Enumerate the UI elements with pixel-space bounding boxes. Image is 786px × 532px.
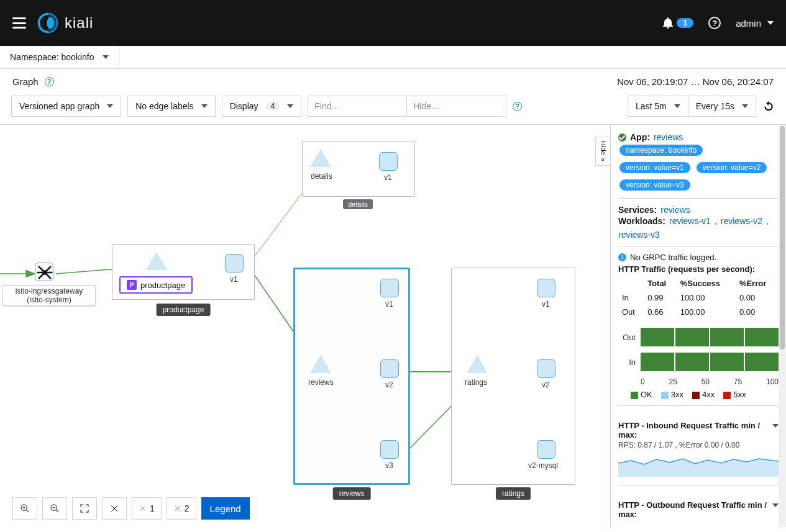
zoom-in-icon <box>20 503 30 513</box>
label-ratings-svc: ratings <box>465 378 487 387</box>
svg-line-19 <box>39 273 45 279</box>
brand-logo[interactable]: kiali <box>37 12 93 34</box>
node-details-v1[interactable] <box>379 152 398 171</box>
node-details-svc[interactable] <box>311 150 331 167</box>
topology-icon <box>173 504 182 513</box>
svg-line-44 <box>178 508 180 511</box>
zoom-in-button[interactable] <box>12 497 37 520</box>
zoom-out-button[interactable] <box>42 497 67 520</box>
chevron-down-icon[interactable] <box>772 503 779 507</box>
bar-label-in: In <box>618 358 636 367</box>
graph-bottom-toolbar: 1 2 Legend <box>12 497 250 520</box>
chevron-down-icon <box>107 104 113 108</box>
edge-labels-select[interactable]: No edge labels <box>127 96 215 117</box>
tag-version-v2: version: value=v2 <box>697 162 767 173</box>
namespace-selector[interactable]: Namespace: bookinfo <box>0 46 119 68</box>
gateway-icon <box>35 263 54 282</box>
graph-canvas[interactable]: istio-ingressgateway(istio-system) P pro… <box>0 124 610 527</box>
node-reviews-v3[interactable] <box>380 440 399 459</box>
passthrough-icon: P <box>127 280 137 290</box>
node-ratings-v1[interactable] <box>537 279 555 297</box>
inbound-sub: RPS: 0.87 / 1.07 , %Error 0.00 / 0.00 <box>618 441 779 449</box>
menu-toggle[interactable] <box>12 17 26 29</box>
workload-link-v1[interactable]: reviews-v1 <box>669 216 711 226</box>
find-help-icon[interactable]: ? <box>513 102 522 111</box>
label-reviews-v3: v3 <box>385 461 393 470</box>
refresh-button[interactable] <box>762 100 775 112</box>
app-link[interactable]: reviews <box>654 132 683 142</box>
svg-line-24 <box>26 510 29 512</box>
node-reviews-v2[interactable] <box>380 359 399 378</box>
layout-default-button[interactable] <box>102 497 127 520</box>
node-ratings-v2mysql[interactable] <box>537 440 555 459</box>
svg-line-41 <box>175 506 178 508</box>
layout-2-button[interactable]: 2 <box>167 497 196 520</box>
svg-line-31 <box>111 505 114 508</box>
duration-select[interactable]: Last 5m <box>628 96 688 117</box>
time-range-label: Nov 06, 20:19:07 … Nov 06, 20:24:07 <box>617 76 774 87</box>
bell-icon <box>663 17 673 29</box>
help-icon[interactable]: ? <box>45 77 54 86</box>
notifications-button[interactable]: 1 <box>663 17 693 29</box>
service-link[interactable]: reviews <box>660 205 690 215</box>
user-name: admin <box>736 18 761 29</box>
side-panel: App: reviews namespace: bookinfo version… <box>610 124 786 527</box>
group-label-ratings: ratings <box>496 487 531 500</box>
productpage-label[interactable]: P productpage <box>119 276 193 294</box>
node-productpage-svc[interactable] <box>147 253 167 270</box>
help-button[interactable]: ? <box>708 17 721 29</box>
chevron-down-icon[interactable] <box>772 424 779 428</box>
tag-version-v3: version: value=v3 <box>619 179 690 191</box>
node-reviews-v1[interactable] <box>380 279 399 297</box>
chevron-down-icon <box>767 21 774 25</box>
topology-icon <box>109 503 119 513</box>
node-reviews-svc[interactable] <box>311 356 331 373</box>
http-traffic-title: HTTP Traffic (requests per second): <box>618 264 779 274</box>
fit-button[interactable] <box>72 497 97 520</box>
workload-link-v2[interactable]: reviews-v2 <box>721 216 762 226</box>
chevron-down-icon <box>287 104 293 108</box>
namespace-bar: Namespace: bookinfo <box>0 46 786 69</box>
svg-line-17 <box>39 266 45 273</box>
bar-in <box>641 353 779 371</box>
topology-icon <box>139 504 147 513</box>
no-grpc-msg: No GRPC traffic logged. <box>630 253 716 262</box>
side-panel-hide-toggle[interactable]: Hide » <box>595 137 610 166</box>
svg-line-37 <box>143 506 145 508</box>
chevron-right-icon: » <box>600 158 607 161</box>
node-productpage-v1[interactable] <box>225 254 244 273</box>
th-error: %Error <box>736 276 779 291</box>
find-input[interactable] <box>308 96 407 117</box>
tag-version-v1: version: value=v1 <box>619 162 690 173</box>
services-label: Services: <box>618 205 657 215</box>
label-ratings-v2mysql: v2-mysql <box>528 461 558 470</box>
svg-line-33 <box>111 508 114 512</box>
refresh-icon <box>763 101 774 112</box>
side-panel-scrollbar[interactable] <box>779 125 786 527</box>
svg-line-34 <box>114 508 117 512</box>
label-details-v1: v1 <box>384 173 392 182</box>
node-ratings-v2[interactable] <box>537 359 555 378</box>
node-ratings-svc[interactable] <box>467 356 487 373</box>
refresh-interval-select[interactable]: Every 15s <box>688 96 756 117</box>
edge-labels-value: No edge labels <box>135 101 193 111</box>
hide-input[interactable] <box>407 96 506 117</box>
outbound-title: HTTP - Outbound Request Traffic min / ma… <box>618 500 769 519</box>
brand-name: kiali <box>65 14 93 32</box>
user-menu[interactable]: admin <box>736 18 774 29</box>
group-ratings[interactable] <box>451 268 575 485</box>
layout-1-button[interactable]: 1 <box>132 497 162 520</box>
chevron-down-icon <box>674 104 680 108</box>
label-ratings-v2: v2 <box>542 381 550 389</box>
legend-button[interactable]: Legend <box>201 497 250 520</box>
svg-line-28 <box>56 510 58 512</box>
node-istio-ingressgateway[interactable] <box>35 263 53 281</box>
workload-link-v3[interactable]: reviews-v3 <box>618 230 660 240</box>
display-select[interactable]: Display 4 <box>222 96 302 117</box>
bar-label-out: Out <box>618 333 636 342</box>
kiali-logo-icon <box>37 12 58 34</box>
chevron-down-icon <box>742 104 748 108</box>
graph-type-select[interactable]: Versioned app graph <box>11 96 121 117</box>
bar-axis: 0255075100 <box>641 377 779 386</box>
graph-type-value: Versioned app graph <box>19 101 99 111</box>
